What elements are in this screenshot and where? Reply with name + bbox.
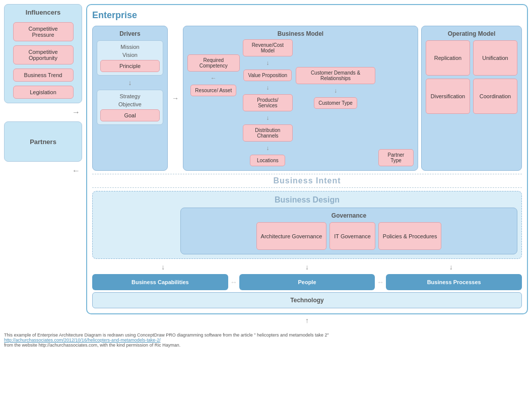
left-column: Influencers Competitive Pressure Competi… — [4, 4, 82, 324]
ps-down-arrow: ↓ — [266, 114, 269, 121]
strategy-label: Strategy — [120, 93, 141, 99]
main-layout: Influencers Competitive Pressure Competi… — [0, 0, 532, 328]
influencers-title: Influencers — [26, 9, 60, 16]
resource-asset-box: Resource/ Asset — [190, 85, 236, 96]
required-competency-box: Required Competency — [187, 54, 240, 72]
om-diversification: Diversification — [426, 79, 470, 114]
bm-left-col: Required Competency ← Resource/ Asset — [187, 39, 240, 96]
scroll-arrow: ↑ — [86, 316, 528, 324]
drivers-mvp-section: Mission Vision Principle — [97, 40, 163, 76]
bd-content: Governance Architecture Governance IT Go… — [97, 208, 517, 254]
goal-box: Goal — [100, 109, 160, 121]
people-proc-arrow: ↔ — [377, 274, 384, 290]
it-governance-box: IT Governance — [329, 222, 375, 250]
governance-panel: Governance Architecture Governance IT Go… — [180, 208, 517, 254]
partners-panel: Partners — [4, 121, 82, 162]
revenue-cost-box: Revenue/Cost Model — [243, 39, 293, 56]
capabilities-box: Business Capabilities — [92, 274, 228, 290]
drivers-panel: Drivers Mission Vision Principle ↓ Strat… — [92, 26, 168, 171]
om-title: Operating Model — [426, 30, 517, 37]
principle-box: Principle — [100, 60, 160, 72]
footer: This example of Enterprise Architecture … — [0, 332, 532, 348]
drivers-title: Drivers — [97, 30, 163, 37]
influencer-to-enterprise-arrow: → — [4, 107, 82, 117]
cap-people-arrow: ↔ — [230, 274, 237, 290]
influencer-item-1: Competitive Opportunity — [13, 45, 74, 64]
drivers-sog-section: Strategy Objective Goal — [97, 90, 163, 125]
people-down-arrow: ↓ — [305, 263, 309, 271]
bm-content: Required Competency ← Resource/ Asset Re… — [187, 39, 414, 166]
bd-title: Business Design — [97, 195, 517, 205]
om-replication: Replication — [426, 40, 470, 76]
processes-box: Business Processes — [386, 274, 522, 290]
footer-link[interactable]: http://achurchassociates.com/2012/10/16/… — [4, 338, 161, 343]
influencer-item-0: Competitive Pressure — [13, 22, 74, 41]
objective-label: Objective — [118, 101, 142, 107]
drivers-arrow-down: ↓ — [97, 79, 163, 87]
gov-title: Governance — [185, 212, 513, 219]
bm-far-left-col: Partner Type — [378, 84, 414, 166]
footer-line1: This example of Enterprise Architecture … — [4, 332, 528, 338]
om-unification: Unification — [473, 40, 517, 76]
vision-label: Vision — [122, 52, 138, 58]
policies-procedures-box: Policies & Procedures — [378, 222, 442, 250]
partners-arrow: ← — [4, 166, 82, 176]
enterprise-panel: Enterprise Drivers Mission Vision Princi… — [86, 4, 528, 314]
bm-center-col: Revenue/Cost Model ↓ Value Proposition ↓… — [243, 39, 293, 166]
locations-box: Locations — [250, 155, 285, 166]
rc-down-arrow: ↓ — [266, 59, 269, 66]
bottom-tier-row: Business Capabilities ↔ People ↔ Busines… — [92, 274, 522, 290]
customer-type-box: Customer Type — [314, 97, 357, 109]
down-arrows-row: ↓ ↓ ↓ — [92, 262, 522, 272]
om-coordination: Coordination — [473, 79, 517, 114]
bottom-sections: ↓ ↓ ↓ Business Capabilities ↔ People ↔ B… — [92, 262, 522, 308]
architecture-governance-box: Architecture Governance — [256, 222, 327, 250]
influencer-item-3: Legislation — [13, 86, 74, 99]
bm-right-col: Customer Demands & Relationships ↓ Custo… — [296, 39, 375, 109]
business-model-panel: Business Model Required Competency ← Res… — [183, 26, 418, 171]
technology-row: Technology — [92, 292, 522, 308]
top-sections: Drivers Mission Vision Principle ↓ Strat… — [92, 26, 522, 171]
cap-down-arrow: ↓ — [161, 263, 165, 271]
business-intent-label: Business Intent — [92, 174, 522, 188]
mission-label: Mission — [120, 44, 139, 50]
gov-boxes: Architecture Governance IT Governance Po… — [185, 222, 513, 250]
value-prop-box: Value Proposition — [243, 70, 292, 81]
drivers-to-bm-arrow: → — [171, 26, 180, 171]
people-box: People — [239, 274, 375, 290]
om-grid: Replication Unification Diversification … — [426, 40, 517, 114]
influencer-item-2: Business Trend — [13, 69, 74, 82]
partners-title: Partners — [30, 138, 56, 146]
distribution-channels-box: Distribution Channels — [243, 124, 293, 142]
customer-demands-box: Customer Demands & Relationships — [296, 67, 375, 84]
footer-line2: from the website http://achurchassociate… — [4, 343, 528, 348]
enterprise-title: Enterprise — [92, 10, 522, 21]
partner-type-box: Partner Type — [378, 149, 414, 166]
business-design-area: Business Design Governance Architecture … — [92, 191, 522, 259]
cd-down-arrow: ↓ — [334, 87, 337, 94]
proc-down-arrow: ↓ — [449, 263, 453, 271]
rc-arrow: ← — [211, 75, 217, 82]
enterprise-wrapper: Enterprise Drivers Mission Vision Princi… — [86, 4, 528, 324]
operating-model-panel: Operating Model Replication Unification … — [421, 26, 522, 171]
products-services-box: Products/ Services — [243, 94, 293, 111]
vp-down-arrow: ↓ — [266, 84, 269, 91]
technology-label: Technology — [290, 297, 323, 304]
dc-down-arrow: ↓ — [266, 145, 269, 152]
influencers-panel: Influencers Competitive Pressure Competi… — [4, 4, 82, 103]
bm-title: Business Model — [187, 30, 414, 37]
